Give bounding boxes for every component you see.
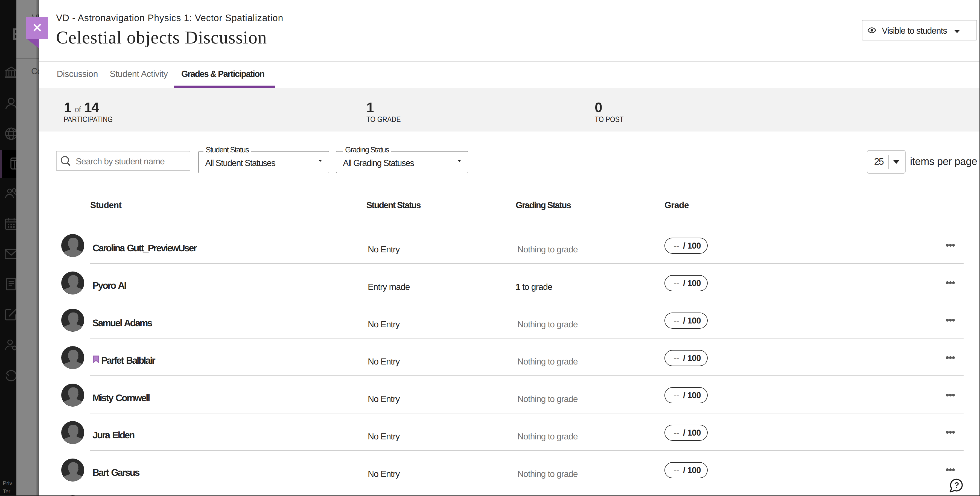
svg-text:?: ? [954,481,959,490]
